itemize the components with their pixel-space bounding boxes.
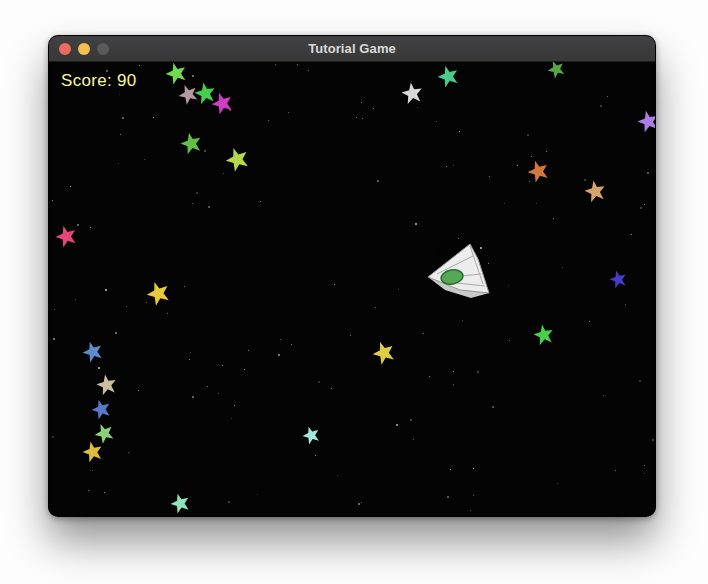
background-star-dot: [504, 203, 505, 204]
background-star-dot: [288, 112, 289, 113]
zoom-button-disabled: [97, 43, 109, 55]
background-star-dot: [318, 381, 320, 383]
background-star-dot: [192, 396, 194, 398]
collectible-star-sprite: [607, 268, 629, 290]
background-star-dot: [337, 475, 338, 476]
background-star-dot: [244, 369, 245, 370]
collectible-star-sprite: [635, 108, 655, 135]
background-star-dot: [603, 395, 604, 396]
background-star-dot: [90, 227, 91, 228]
background-star-dot: [473, 468, 474, 469]
background-star-dot: [398, 289, 399, 290]
background-star-dot: [52, 200, 53, 201]
collectible-star-sprite: [582, 178, 608, 204]
background-star-dot: [413, 439, 414, 440]
background-star-dot: [297, 64, 298, 65]
background-star-dot: [104, 492, 105, 493]
background-star-dot: [126, 306, 127, 307]
background-star-dot: [453, 384, 454, 385]
background-star-dot: [275, 64, 276, 65]
background-star-dot: [377, 180, 379, 182]
background-star-dot: [207, 386, 208, 387]
window-title: Tutorial Game: [49, 41, 655, 56]
background-star-dot: [128, 452, 129, 453]
background-star-dot: [459, 131, 460, 132]
background-star-dot: [115, 332, 117, 334]
background-star-dot: [92, 470, 93, 471]
background-star-dot: [527, 134, 529, 136]
background-star-dot: [615, 470, 616, 471]
background-star-dot: [410, 419, 412, 421]
background-star-dot: [417, 107, 418, 108]
background-star-dot: [92, 454, 93, 455]
collectible-star-sprite: [79, 338, 106, 365]
background-star-dot: [458, 238, 459, 239]
background-star-dot: [600, 105, 602, 107]
background-star-dot: [450, 469, 451, 470]
background-star-dot: [280, 339, 281, 340]
background-star-dot: [361, 102, 362, 103]
background-star-dot: [517, 165, 518, 166]
collectible-star-sprite: [178, 130, 205, 157]
background-star-dot: [647, 172, 649, 174]
background-star-dot: [278, 354, 280, 356]
collectible-star-sprite: [544, 62, 568, 81]
background-star-dot: [229, 109, 231, 111]
background-star-dot: [453, 165, 454, 166]
background-star-dot: [195, 145, 197, 147]
background-star-dot: [462, 320, 463, 321]
background-star-dot: [192, 203, 193, 204]
background-star-dot: [489, 176, 490, 177]
background-star-dot: [639, 380, 641, 382]
background-star-dot: [70, 186, 71, 187]
background-star-dot: [153, 117, 154, 118]
background-star-dot: [268, 120, 269, 121]
background-star-dot: [192, 75, 194, 77]
background-star-dot: [375, 307, 376, 308]
player-ship-sprite: [425, 240, 499, 302]
background-star-dot: [122, 117, 124, 119]
collectible-star-sprite: [79, 438, 105, 464]
game-window: Tutorial Game Score: 90: [48, 35, 656, 517]
background-star-dot: [291, 344, 292, 345]
background-star-dot: [447, 496, 449, 498]
background-star-dot: [196, 192, 198, 194]
game-canvas[interactable]: Score: 90: [49, 62, 655, 516]
background-star-dot: [644, 465, 645, 466]
background-star-dot: [473, 495, 474, 496]
collectible-star-sprite: [531, 322, 556, 347]
title-bar[interactable]: Tutorial Game: [49, 36, 655, 62]
collectible-star-sprite: [88, 396, 113, 421]
collectible-star-sprite: [399, 80, 424, 105]
collectible-star-sprite: [94, 372, 119, 397]
background-star-dot: [536, 203, 537, 204]
background-star-dot: [415, 223, 417, 225]
close-button[interactable]: [59, 43, 71, 55]
background-star-dot: [88, 490, 89, 491]
minimize-button[interactable]: [78, 43, 90, 55]
background-star-dot: [118, 163, 119, 164]
score-label: Score: 90: [61, 71, 136, 91]
background-star-dot: [644, 473, 645, 474]
collectible-star-sprite: [175, 81, 202, 108]
background-star-dot: [144, 159, 145, 160]
background-star-dot: [557, 483, 558, 484]
background-star-dot: [554, 70, 555, 71]
background-star-dot: [105, 289, 107, 291]
background-star-dot: [190, 352, 191, 353]
background-star-dot: [411, 81, 412, 82]
collectible-star-sprite: [221, 143, 252, 174]
background-star-dot: [652, 439, 654, 441]
background-star-dot: [54, 309, 55, 310]
background-star-dot: [234, 405, 235, 406]
background-star-dot: [644, 204, 645, 205]
collectible-star-sprite: [52, 222, 80, 250]
background-star-dot: [356, 117, 357, 118]
background-star-dot: [509, 340, 510, 341]
background-star-dot: [625, 304, 626, 305]
background-star-dot: [75, 299, 76, 300]
background-star-dot: [228, 501, 230, 503]
collectible-star-sprite: [192, 80, 218, 106]
background-star-dot: [350, 335, 351, 336]
background-star-dot: [470, 510, 471, 511]
